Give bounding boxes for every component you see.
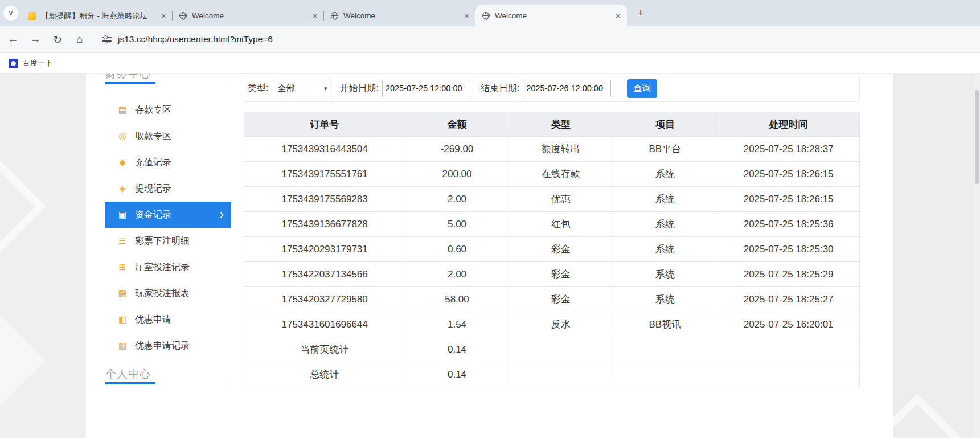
table-cell: 系统 — [613, 162, 717, 187]
tab-title: Welcome — [495, 11, 609, 20]
table-cell: 2025-07-25 16:20:01 — [717, 312, 860, 337]
table-row: 175342032772958058.00彩金系统2025-07-25 18:2… — [244, 287, 860, 312]
tab-title: Welcome — [343, 11, 458, 20]
deposit-card-icon: ▤ — [117, 105, 128, 115]
table-cell: 1753420293179731 — [244, 237, 405, 262]
decorative-triangle — [893, 394, 961, 438]
table-cell: 2025-07-25 18:25:30 — [717, 237, 860, 262]
search-button[interactable]: 查询 — [627, 79, 657, 98]
bookmark-baidu[interactable]: 百度一下 — [5, 56, 56, 70]
sidebar-item[interactable]: ▥优惠申请记录 — [105, 333, 231, 359]
withdraw-coins-icon: ◎ — [117, 131, 128, 141]
table-cell: 200.00 — [405, 162, 509, 187]
table-cell: 2025-07-25 18:25:27 — [717, 287, 860, 312]
section-underline — [105, 382, 155, 384]
sidebar-item-label: 充值记录 — [135, 157, 171, 169]
sidebar-item-label: 玩家投注报表 — [135, 288, 190, 300]
page-scrollbar-thumb[interactable] — [975, 90, 979, 184]
navigation-bar: ← → ↻ ⌂ js13.cc/hhcp/usercenter.html?ini… — [0, 26, 980, 53]
funds-table-body: 1753439316443504-269.00额度转出BB平台2025-07-2… — [244, 137, 860, 387]
end-date-input[interactable] — [523, 80, 611, 97]
table-cell: 系统 — [613, 262, 717, 287]
back-button[interactable]: ← — [6, 33, 20, 46]
tab-close-icon[interactable]: × — [310, 10, 321, 21]
forward-button[interactable]: → — [28, 33, 42, 46]
table-row: 17534391755692832.00优惠系统2025-07-25 18:26… — [244, 187, 860, 212]
funds-table-head-row: 订单号金额类型项目处理时间 — [244, 112, 860, 137]
table-cell: -269.00 — [405, 137, 509, 162]
table-cell: 彩金 — [509, 287, 613, 312]
globe-favicon-icon — [482, 12, 490, 19]
table-cell: 彩金 — [509, 262, 613, 287]
table-cell: 2025-07-25 18:26:15 — [717, 187, 860, 212]
table-cell: 0.60 — [405, 237, 509, 262]
tab-close-icon[interactable]: × — [613, 10, 624, 21]
table-header-cell: 订单号 — [244, 112, 405, 137]
sidebar-section-personal: 个人中心 — [105, 367, 231, 383]
sidebar-item-label: 存款专区 — [135, 104, 171, 116]
sidebar-section-title: 个人中心 — [105, 368, 151, 380]
type-select[interactable]: 全部 ▾ — [273, 80, 331, 97]
tab-close-icon[interactable]: × — [158, 10, 169, 21]
table-header-cell: 处理时间 — [717, 112, 860, 137]
chevron-right-icon: › — [220, 208, 224, 221]
table-row: 17534316016966441.54反水BB视讯2025-07-25 16:… — [244, 312, 860, 337]
tab-search-button[interactable]: ∨ — [3, 6, 18, 21]
funds-table: 订单号金额类型项目处理时间 1753439316443504-269.00额度转… — [244, 112, 860, 387]
table-cell: 2025-07-25 18:25:36 — [717, 212, 860, 237]
table-row: 17534202931797310.60彩金系统2025-07-25 18:25… — [244, 237, 860, 262]
player-bet-report-icon: ▦ — [117, 288, 128, 298]
funds-record-icon: ▣ — [117, 210, 128, 220]
new-tab-button[interactable]: + — [633, 5, 649, 21]
sidebar-item[interactable]: ◧优惠申请 — [105, 306, 231, 333]
table-cell — [613, 362, 717, 387]
browser-tab[interactable]: Welcome× — [173, 5, 324, 26]
sidebar-item[interactable]: ▣资金记录› — [105, 202, 231, 228]
sidebar-item[interactable]: ◎取款专区 — [105, 123, 231, 149]
table-cell: 当前页统计 — [244, 337, 405, 362]
table-cell: 2025-07-25 18:25:29 — [717, 262, 860, 287]
sidebar-menu: ▤存款专区◎取款专区◆充值记录◈提现记录▣资金记录›☰彩票下注明细⊞厅室投注记录… — [105, 97, 231, 359]
browser-tab[interactable]: Welcome× — [475, 5, 627, 26]
site-info-icon[interactable] — [102, 35, 112, 44]
sidebar: 财务中心 ▤存款专区◎取款专区◆充值记录◈提现记录▣资金记录›☰彩票下注明细⊞厅… — [105, 74, 231, 383]
table-cell: 1753439175551761 — [244, 162, 405, 187]
table-cell: 1753439316443504 — [244, 137, 405, 162]
table-cell: BB视讯 — [613, 312, 717, 337]
tab-strip-tabs: 【新提醒】积分 - 海燕策略论坛×Welcome×Welcome×Welcome… — [21, 0, 627, 26]
table-row: 1753439175551761200.00在线存款系统2025-07-25 1… — [244, 162, 860, 187]
page-scrollbar-track — [974, 74, 980, 438]
sidebar-item[interactable]: ⊞厅室投注记录 — [105, 254, 231, 280]
table-cell: 额度转出 — [509, 137, 613, 162]
table-cell: 2025-07-25 18:28:37 — [717, 137, 860, 162]
table-cell: 总统计 — [244, 362, 405, 387]
table-cell — [509, 362, 613, 387]
table-cell: 1753439175569283 — [244, 187, 405, 212]
sidebar-item[interactable]: ▦玩家投注报表 — [105, 280, 231, 306]
start-date-input[interactable] — [382, 80, 470, 97]
sidebar-item[interactable]: ◈提现记录 — [105, 175, 231, 202]
table-cell: 1753420327729580 — [244, 287, 405, 312]
filter-bar: 类型: 全部 ▾ 开始日期: 结束日期: 查询 — [244, 75, 860, 102]
sidebar-item-label: 取款专区 — [135, 130, 171, 142]
reload-button[interactable]: ↻ — [51, 33, 64, 46]
recharge-record-icon: ◆ — [117, 157, 128, 167]
address-bar[interactable]: js13.cc/hhcp/usercenter.html?iniType=6 — [118, 34, 273, 44]
sidebar-item[interactable]: ◆充值记录 — [105, 149, 231, 175]
table-cell: 红包 — [509, 212, 613, 237]
tab-close-icon[interactable]: × — [461, 10, 472, 21]
home-button[interactable]: ⌂ — [73, 33, 87, 46]
sidebar-section-title: 财务中心 — [105, 74, 151, 80]
table-cell — [509, 337, 613, 362]
table-cell: 2025-07-25 18:26:15 — [717, 162, 860, 187]
table-cell: 彩金 — [509, 237, 613, 262]
page-content: 财务中心 ▤存款专区◎取款专区◆充值记录◈提现记录▣资金记录›☰彩票下注明细⊞厅… — [0, 74, 980, 438]
browser-tab[interactable]: Welcome× — [324, 5, 475, 26]
sidebar-item-label: 优惠申请 — [135, 314, 171, 326]
table-cell: 优惠 — [509, 187, 613, 212]
browser-tab[interactable]: 【新提醒】积分 - 海燕策略论坛× — [21, 5, 173, 26]
sidebar-item-label: 资金记录 — [135, 209, 171, 221]
sidebar-item[interactable]: ▤存款专区 — [105, 97, 231, 123]
table-cell: 1753431601696644 — [244, 312, 405, 337]
sidebar-item[interactable]: ☰彩票下注明细 — [105, 228, 231, 254]
